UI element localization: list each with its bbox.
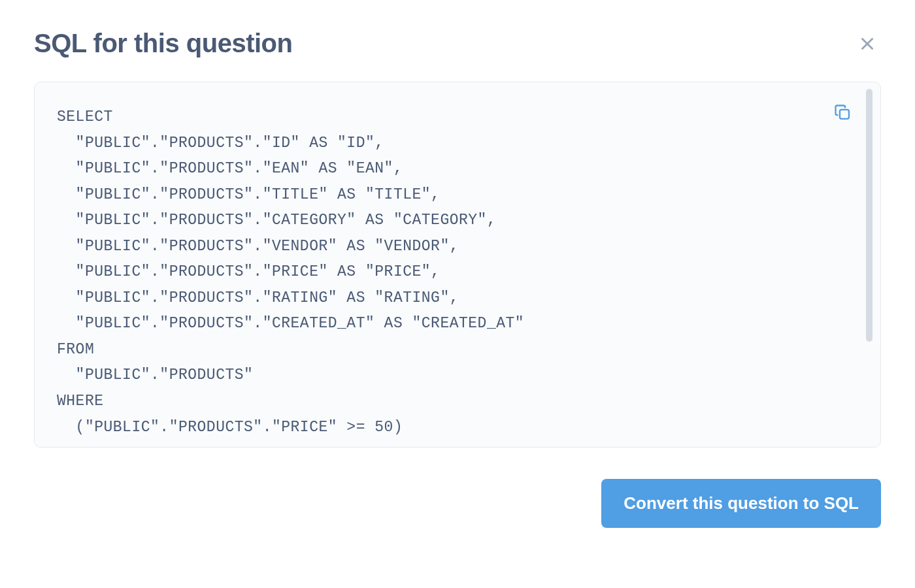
sql-code[interactable]: SELECT "PUBLIC"."PRODUCTS"."ID" AS "ID",… bbox=[57, 105, 854, 440]
modal-header: SQL for this question bbox=[34, 29, 881, 58]
sql-code-panel: SELECT "PUBLIC"."PRODUCTS"."ID" AS "ID",… bbox=[34, 82, 881, 448]
modal-footer: Convert this question to SQL bbox=[34, 479, 881, 528]
close-icon bbox=[859, 35, 876, 52]
close-button[interactable] bbox=[854, 30, 881, 57]
scrollbar-thumb[interactable] bbox=[866, 89, 873, 342]
scrollbar-track[interactable] bbox=[865, 89, 874, 440]
convert-to-sql-button[interactable]: Convert this question to SQL bbox=[601, 479, 881, 528]
svg-rect-2 bbox=[840, 110, 849, 119]
copy-button[interactable] bbox=[829, 99, 856, 125]
copy-icon bbox=[833, 103, 852, 122]
sql-modal: SQL for this question SELECT "PUBLIC"."P… bbox=[0, 0, 915, 554]
modal-title: SQL for this question bbox=[34, 29, 292, 58]
